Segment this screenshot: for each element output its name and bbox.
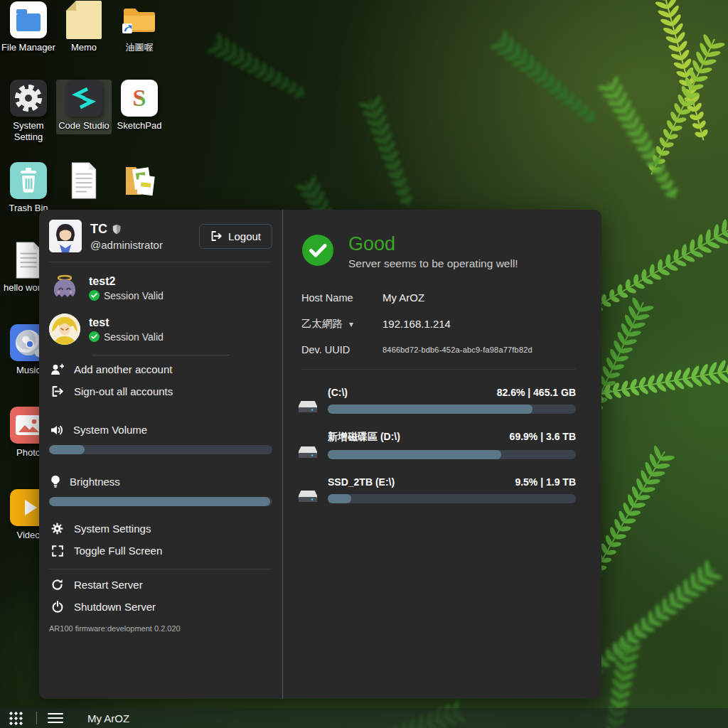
desktop-icon-system-setting[interactable]: System Setting — [1, 80, 56, 144]
add-account-item[interactable]: Add another account — [49, 358, 272, 380]
disk-row-e[interactable]: SSD_2TB (E:\) 9.5% | 1.9 TB — [297, 476, 576, 503]
disk-row-c[interactable]: (C:\) 82.6% | 465.1 GB — [297, 387, 576, 414]
icon-label: File Manager — [1, 42, 55, 53]
network-row: 乙太網路 ▾ 192.168.1.214 — [301, 317, 576, 331]
hostname-label: Host Name — [301, 292, 382, 304]
hard-drive-icon — [297, 444, 318, 459]
system-settings-item[interactable]: System Settings — [49, 518, 272, 540]
signout-all-label: Sign-out all accounts — [74, 385, 173, 397]
document-icon — [65, 162, 102, 199]
icon-label: SketchPad — [117, 120, 162, 132]
server-health-status: Good Server seems to be operating well! — [301, 234, 576, 270]
account-name: test — [89, 316, 272, 329]
disk-usage: 9.5% | 1.9 TB — [515, 476, 576, 488]
logout-label: Logout — [228, 230, 261, 242]
account-avatar-test — [49, 314, 80, 345]
check-circle-icon — [89, 331, 100, 342]
logout-button[interactable]: Logout — [199, 224, 272, 249]
hamburger-menu-icon[interactable] — [48, 710, 63, 726]
restart-server-item[interactable]: Restart Server — [49, 574, 272, 596]
desktop-icon-document[interactable] — [56, 162, 112, 203]
icon-label: Video — [16, 530, 40, 541]
admin-shield-icon — [112, 224, 122, 235]
fullscreen-icon — [52, 545, 63, 557]
disk-usage: 69.9% | 3.6 TB — [510, 431, 576, 442]
icon-label: Code Studio — [58, 120, 109, 132]
add-account-label: Add another account — [74, 363, 172, 375]
icon-label: 油圖喔 — [126, 42, 154, 53]
session-status: Session Valid — [104, 290, 164, 301]
speaker-icon — [50, 424, 64, 436]
file-manager-icon — [10, 1, 47, 38]
taskbar-title: My ArOZ — [87, 712, 129, 724]
signout-all-item[interactable]: Sign-out all accounts — [49, 380, 272, 402]
session-status: Session Valid — [104, 331, 164, 343]
check-circle-icon — [89, 290, 100, 301]
disk-usage-fill — [328, 405, 532, 414]
power-icon — [52, 601, 63, 613]
desktop-icon-memo[interactable]: Memo — [56, 1, 112, 53]
app-launcher-grid-icon[interactable] — [9, 711, 23, 725]
current-user-name: TC — [90, 222, 107, 237]
current-user-info: TC @administrator — [90, 222, 199, 251]
brightness-control: Brightness — [49, 473, 272, 506]
ip-address-value: 192.168.1.214 — [382, 318, 451, 330]
disk-usage-fill — [328, 450, 501, 459]
hard-drive-icon — [297, 399, 318, 413]
success-check-circle-icon — [301, 234, 334, 267]
disk-name: SSD_2TB (E:\) — [328, 476, 395, 488]
volume-slider-fill — [49, 445, 85, 454]
current-user-header: TC @administrator Logout — [49, 220, 272, 252]
disk-info: 新增磁碟區 (D:\) 69.9% | 3.6 TB — [328, 431, 576, 459]
uuid-label: Dev. UUID — [301, 344, 382, 355]
status-subtitle: Server seems to be operating well! — [348, 257, 518, 270]
volume-control: System Volume — [49, 422, 272, 454]
brightness-slider[interactable] — [49, 497, 272, 506]
dropdown-caret-icon[interactable]: ▾ — [349, 319, 353, 329]
volume-slider[interactable] — [49, 445, 272, 454]
disk-usage-fill — [328, 494, 351, 503]
disk-usage-bar — [328, 405, 576, 414]
disk-usage-bar — [328, 450, 576, 459]
desktop-icon-trash-bin[interactable]: Trash Bin — [1, 162, 56, 214]
disk-usage-bar — [328, 494, 576, 503]
account-name: test2 — [89, 275, 272, 288]
account-row-test2[interactable]: test2 Session Valid — [49, 272, 272, 304]
account-avatar-test2 — [49, 272, 80, 304]
shutdown-server-item[interactable]: Shutdown Server — [49, 596, 272, 618]
trash-icon — [10, 162, 47, 199]
uuid-value: 8466bd72-bdb6-452a-abc9-fa98a77fb82d — [382, 346, 532, 354]
system-settings-label: System Settings — [74, 523, 151, 535]
disk-info: SSD_2TB (E:\) 9.5% | 1.9 TB — [328, 476, 576, 503]
gear-icon — [51, 523, 63, 535]
restart-server-label: Restart Server — [74, 579, 143, 591]
restart-icon — [51, 579, 63, 591]
icon-label: Music — [16, 365, 41, 376]
divider — [92, 355, 230, 355]
icon-label: Photo — [16, 447, 41, 459]
folder-with-files-icon — [121, 162, 158, 199]
network-interface-label[interactable]: 乙太網路 — [301, 317, 343, 331]
user-menu-section: TC @administrator Logout — [39, 210, 283, 699]
desktop-icon-sketchpad[interactable]: S SketchPad — [112, 80, 167, 132]
memo-note-icon — [65, 1, 102, 38]
current-user-avatar[interactable] — [49, 220, 82, 252]
disk-info: (C:\) 82.6% | 465.1 GB — [328, 387, 576, 414]
desktop-icon-code-studio[interactable]: Code Studio — [56, 80, 112, 134]
user-plus-icon — [50, 363, 64, 375]
taskbar-separator — [36, 712, 37, 724]
hostname-row: Host Name My ArOZ — [301, 291, 576, 304]
firmware-version: AR100 firmware:development 0.2.020 — [49, 624, 272, 633]
account-row-test[interactable]: test Session Valid — [49, 314, 272, 345]
desktop-icon-oil-folder[interactable]: 油圖喔 — [112, 1, 167, 53]
brightness-label: Brightness — [70, 476, 120, 488]
disk-row-d[interactable]: 新增磁碟區 (D:\) 69.9% | 3.6 TB — [297, 431, 576, 459]
desktop-icon-file-manager[interactable]: File Manager — [1, 1, 56, 53]
desktop-icon-folder-copy[interactable] — [112, 162, 167, 203]
hard-drive-icon — [297, 488, 318, 503]
toggle-fullscreen-label: Toggle Full Screen — [74, 545, 162, 557]
toggle-fullscreen-item[interactable]: Toggle Full Screen — [49, 540, 272, 562]
volume-label: System Volume — [73, 424, 147, 436]
shortcut-folder-icon — [121, 1, 158, 38]
current-user-handle: @administrator — [90, 239, 199, 251]
